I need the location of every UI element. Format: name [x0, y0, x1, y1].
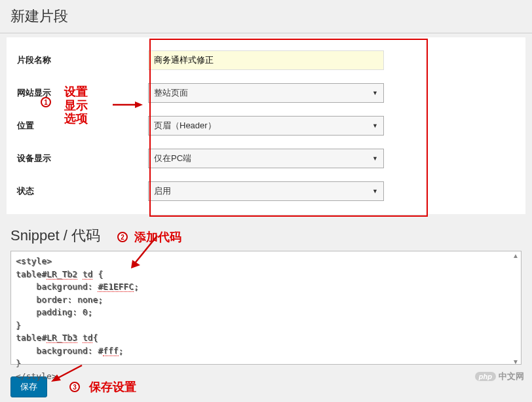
label-status: 状态	[17, 185, 148, 197]
input-snippet-name[interactable]	[148, 50, 384, 70]
watermark-text: 中文网	[499, 371, 524, 382]
select-site-display[interactable]: 整站页面 ▼	[148, 83, 384, 103]
label-position: 位置	[17, 120, 148, 132]
scroll-down-icon: ▼	[512, 358, 520, 366]
save-row: 保存 3 保存设置	[0, 367, 532, 402]
select-position[interactable]: 页眉（Header） ▼	[148, 116, 384, 136]
row-device-display: 设备显示 仅在PC端 ▼	[7, 142, 525, 175]
select-position-value: 页眉（Header）	[154, 120, 216, 132]
annotation-text-3: 保存设置	[89, 380, 136, 394]
select-device-display-value: 仅在PC端	[154, 153, 191, 164]
label-site-display: 网站显示	[17, 87, 148, 99]
scroll-up-icon: ▲	[512, 252, 520, 260]
row-status: 状态 启用 ▼	[7, 175, 525, 208]
chevron-down-icon: ▼	[372, 188, 378, 194]
row-position: 位置 页眉（Header） ▼	[7, 109, 525, 142]
section-code-title: Snippet / 代码	[0, 223, 111, 251]
select-site-display-value: 整站页面	[154, 87, 188, 99]
select-device-display[interactable]: 仅在PC端 ▼	[148, 149, 384, 168]
watermark-logo: php	[475, 372, 496, 381]
chevron-down-icon: ▼	[372, 155, 378, 162]
row-snippet-name: 片段名称	[7, 44, 525, 77]
select-status-value: 启用	[154, 185, 171, 197]
watermark: php 中文网	[475, 371, 524, 382]
select-status[interactable]: 启用 ▼	[148, 181, 384, 201]
annotation-badge-3: 3	[69, 382, 80, 392]
annotation-badge-2: 2	[117, 232, 128, 242]
label-snippet-name: 片段名称	[17, 54, 148, 66]
annotation-text-2: 添加代码	[134, 230, 181, 244]
row-site-display: 网站显示 整站页面 ▼	[7, 77, 525, 109]
chevron-down-icon: ▼	[372, 122, 378, 129]
code-area-wrap: <style> table#LR_Tb2 td { background: #E…	[10, 251, 522, 367]
chevron-down-icon: ▼	[372, 90, 378, 96]
label-device-display: 设备显示	[17, 153, 148, 164]
page-title: 新建片段	[0, 0, 532, 33]
settings-panel: 片段名称 网站显示 整站页面 ▼ 位置 页眉（Header） ▼ 设备显示 仅在…	[7, 37, 525, 214]
code-textarea[interactable]	[10, 251, 522, 365]
save-button[interactable]: 保存	[10, 376, 47, 397]
